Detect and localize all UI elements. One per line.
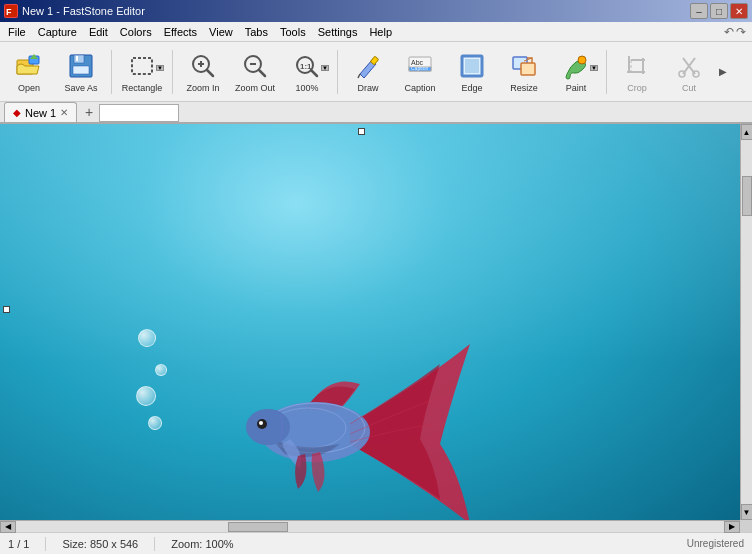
svg-line-13 [207,70,213,76]
scrollbar-corner [740,520,752,532]
crop-label: Crop [627,84,647,93]
caption-button[interactable]: Abc Caption Caption [395,46,445,98]
draw-button[interactable]: Draw [343,46,393,98]
tab-new1[interactable]: ◆ New 1 ✕ [4,102,77,122]
image-size: Size: 850 x 546 [62,538,138,550]
menu-view[interactable]: View [203,24,239,40]
menu-settings[interactable]: Settings [312,24,364,40]
scroll-down-button[interactable]: ▼ [741,504,753,520]
svg-rect-6 [74,55,84,63]
menu-tools[interactable]: Tools [274,24,312,40]
zoom-in-button[interactable]: Zoom In [178,46,228,98]
scroll-track-horizontal[interactable] [16,521,724,532]
title-bar: F New 1 - FastStone Editor – □ ✕ [0,0,752,22]
menu-help[interactable]: Help [363,24,398,40]
vertical-scrollbar[interactable]: ▲ ▼ [740,124,752,520]
menu-bar: File Capture Edit Colors Effects View Ta… [0,22,752,42]
selection-handle-left[interactable] [3,306,10,313]
resize-label: Resize [510,84,538,93]
new-tab-button[interactable]: + [79,102,99,122]
svg-rect-7 [73,66,89,74]
redo-button[interactable]: ↷ [736,25,746,39]
menu-colors[interactable]: Colors [114,24,158,40]
tab-search-input[interactable] [99,104,179,122]
svg-rect-37 [631,60,643,72]
svg-point-45 [246,409,290,445]
status-bar: 1 / 1 Size: 850 x 546 Zoom: 100% Unregis… [0,532,752,554]
canvas-area: ▲ ▼ ◀ ▶ [0,124,752,532]
svg-point-47 [259,421,263,425]
tab-label: New 1 [25,107,56,119]
toolbar-more-button[interactable]: ▶ [716,46,730,98]
svg-text:F: F [6,7,12,17]
rectangle-label: Rectangle [122,84,163,93]
horizontal-scrollbar[interactable]: ◀ ▶ [0,520,740,532]
zoom-100-label: 100% [295,84,318,93]
app-icon: F [4,4,18,18]
minimize-button[interactable]: – [690,3,708,19]
menu-effects[interactable]: Effects [158,24,203,40]
caption-label: Caption [404,84,435,93]
zoom-out-label: Zoom Out [235,84,275,93]
scroll-track-vertical[interactable] [741,140,752,504]
window-controls: – □ ✕ [690,3,748,19]
menu-file[interactable]: File [2,24,32,40]
save-as-label: Save As [64,84,97,93]
maximize-button[interactable]: □ [710,3,728,19]
svg-rect-30 [521,63,535,75]
svg-text:Caption: Caption [411,65,428,71]
paint-button[interactable]: Paint ▼ [551,46,601,98]
edge-label: Edge [461,84,482,93]
menu-edit[interactable]: Edit [83,24,114,40]
close-button[interactable]: ✕ [730,3,748,19]
scroll-thumb-horizontal[interactable] [228,522,288,532]
svg-rect-8 [76,56,78,61]
scroll-up-button[interactable]: ▲ [741,124,753,140]
zoom-in-label: Zoom In [186,84,219,93]
rectangle-button[interactable]: Rectangle ▼ [117,46,167,98]
tab-close-button[interactable]: ✕ [60,107,68,118]
tab-bar: ◆ New 1 ✕ + [0,102,752,124]
crop-button[interactable]: Crop [612,46,662,98]
page-indicator: 1 / 1 [8,538,29,550]
selection-handle-top[interactable] [358,128,365,135]
scroll-left-button[interactable]: ◀ [0,521,16,533]
undo-button[interactable]: ↶ [724,25,734,39]
menu-tabs[interactable]: Tabs [239,24,274,40]
cut-button[interactable]: Cut [664,46,714,98]
svg-rect-9 [132,58,152,74]
fish-illustration [150,324,510,520]
svg-line-16 [259,70,265,76]
menu-capture[interactable]: Capture [32,24,83,40]
window-title: New 1 - FastStone Editor [22,5,145,17]
save-as-button[interactable]: Save As [56,46,106,98]
open-label: Open [18,84,40,93]
svg-point-32 [578,56,586,64]
svg-line-19 [311,70,317,76]
zoom-100-button[interactable]: 1:1 100% ▼ [282,46,332,98]
zoom-out-button[interactable]: Zoom Out [230,46,280,98]
scroll-thumb-vertical[interactable] [742,176,752,216]
draw-label: Draw [357,84,378,93]
edge-button[interactable]: Edge [447,46,497,98]
cut-label: Cut [682,84,696,93]
svg-rect-28 [465,59,479,73]
open-button[interactable]: Open [4,46,54,98]
paint-label: Paint [566,84,587,93]
scroll-right-button[interactable]: ▶ [724,521,740,533]
svg-line-21 [358,74,360,78]
zoom-level: Zoom: 100% [171,538,233,550]
canvas-viewport[interactable] [0,124,740,520]
toolbar: Open Save As Rectangle ▼ [0,42,752,102]
resize-button[interactable]: Resize [499,46,549,98]
registration-status: Unregistered [687,538,744,549]
